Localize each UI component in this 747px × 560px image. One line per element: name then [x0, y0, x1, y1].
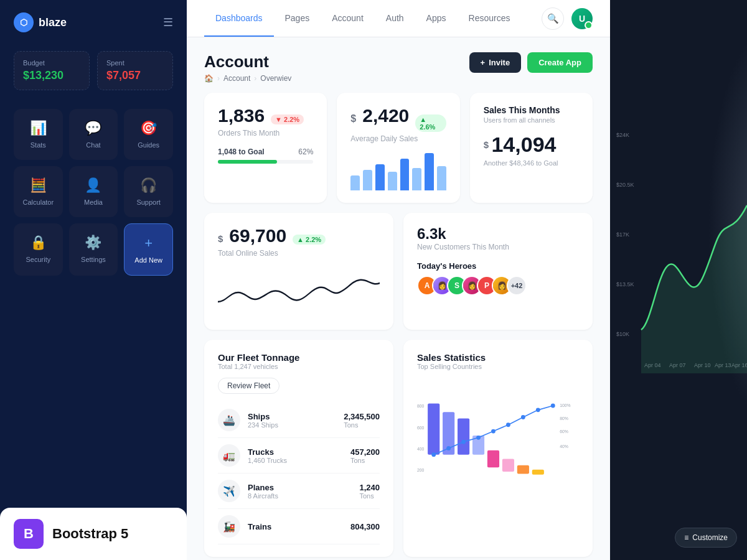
- calculator-label: Calculator: [23, 198, 54, 206]
- sales-stats-sub: Top Selling Countries: [417, 363, 579, 370]
- security-label: Security: [26, 256, 50, 263]
- daily-sales-label: Average Daily Sales: [350, 134, 446, 143]
- svg-text:80%: 80%: [560, 416, 568, 421]
- nav-item-settings[interactable]: ⚙️ Settings: [69, 223, 118, 276]
- planes-icon: ✈️: [218, 480, 240, 502]
- heroes-title: Today's Heroes: [417, 261, 579, 271]
- trucks-info: Trucks 1,460 Trucks: [248, 447, 343, 464]
- orders-pct: 62%: [298, 147, 313, 156]
- nav-item-stats[interactable]: 📊 Stats: [14, 109, 63, 160]
- trains-info: Trains: [248, 522, 343, 531]
- tab-apps[interactable]: Apps: [415, 0, 458, 37]
- fleet-row-trucks: 🚛 Trucks 1,460 Trucks 457,200 Tons: [218, 438, 380, 474]
- bootstrap-badge: B Bootstrap 5: [0, 508, 187, 560]
- nav-item-media[interactable]: 👤 Media: [69, 166, 118, 217]
- search-button[interactable]: 🔍: [542, 7, 564, 30]
- wavy-chart: [218, 268, 380, 317]
- svg-point-16: [491, 429, 496, 434]
- second-row: $ 69,700 ▲ 2.2% Total Online Sales 6.3k …: [204, 213, 593, 330]
- online-sales-value: 69,700: [229, 225, 286, 246]
- svg-text:600: 600: [417, 426, 425, 430]
- nav-tabs: Dashboards Pages Account Auth Apps Resou…: [204, 0, 521, 37]
- guides-icon: 🎯: [140, 120, 157, 136]
- ships-icon: 🚢: [218, 409, 240, 431]
- logo-text: blaze: [39, 16, 67, 29]
- sidebar: ⬡ blaze ☰ Budget $13,230 Spent $7,057 📊 …: [0, 0, 187, 560]
- budget-row: Budget $13,230 Spent $7,057: [0, 45, 187, 103]
- bootstrap-text: Bootstrap 5: [52, 526, 128, 542]
- trucks-value: 457,200: [350, 447, 380, 457]
- nav-item-calculator[interactable]: 🧮 Calculator: [14, 166, 63, 217]
- fleet-row-trains: 🚂 Trains 804,300: [218, 509, 380, 544]
- breadcrumb-overwiev: Overwiev: [260, 74, 291, 83]
- daily-sales-card: $ 2,420 ▲ 2.6% Average Daily Sales: [337, 93, 459, 203]
- review-fleet-button[interactable]: Review Fleet: [218, 378, 280, 394]
- nav-item-chat[interactable]: 💬 Chat: [69, 109, 118, 160]
- tab-auth[interactable]: Auth: [375, 0, 415, 37]
- svg-text:400: 400: [417, 447, 425, 451]
- security-icon: 🔒: [30, 235, 47, 251]
- breadcrumb: 🏠 › Account › Overwiev: [204, 74, 291, 83]
- planes-name: Planes: [248, 483, 352, 492]
- svg-rect-9: [502, 459, 514, 472]
- sales-month-value: 14,094: [491, 133, 556, 156]
- heroes-avatars: A 👩 S 👩 P 👩 +42: [417, 276, 579, 296]
- daily-sales-value: 2,420: [362, 105, 409, 126]
- ships-unit: Tons: [344, 421, 380, 429]
- sales-stats-card: Sales Statistics Top Selling Countries 8…: [403, 340, 593, 557]
- fleet-card: Our Fleet Tonnage Total 1,247 vehicles R…: [204, 340, 393, 557]
- ships-name: Ships: [248, 412, 336, 421]
- settings-icon: ⚙️: [85, 235, 101, 251]
- user-avatar[interactable]: U: [571, 8, 593, 29]
- fleet-row-planes: ✈️ Planes 8 Aircrafts 1,240 Tons: [218, 474, 380, 509]
- planes-info: Planes 8 Aircrafts: [248, 483, 352, 500]
- page-title: Account: [204, 52, 291, 72]
- sales-month-sub: Users from all channels: [484, 116, 579, 124]
- svg-rect-8: [487, 450, 499, 467]
- hero-count: +42: [507, 276, 527, 296]
- ships-desc: 234 Ships: [248, 421, 336, 429]
- stats-grid: 1,836 ▼ 2.2% Orders This Month 1,048 to …: [204, 93, 593, 203]
- sales-stats-chart: 800 600 400 200: [417, 378, 579, 515]
- invite-button[interactable]: + Invite: [469, 52, 522, 73]
- tab-dashboards[interactable]: Dashboards: [204, 0, 274, 37]
- fleet-row-ships: 🚢 Ships 234 Ships 2,345,500 Tons: [218, 403, 380, 438]
- fleet-title: Our Fleet Tonnage: [218, 352, 380, 363]
- trains-icon: 🚂: [218, 515, 240, 538]
- stats-label: Stats: [31, 141, 46, 149]
- tab-resources[interactable]: Resources: [458, 0, 522, 37]
- customize-button[interactable]: ≡ Customize: [675, 528, 737, 548]
- orders-label: Orders This Month: [218, 129, 313, 138]
- nav-item-security[interactable]: 🔒 Security: [14, 223, 63, 276]
- calculator-icon: 🧮: [30, 177, 47, 194]
- svg-point-13: [446, 446, 451, 450]
- online-sales-change: ▲ 2.2%: [293, 235, 326, 245]
- media-label: Media: [84, 198, 103, 206]
- nav-item-support[interactable]: 🎧 Support: [124, 166, 173, 217]
- svg-text:60%: 60%: [560, 429, 568, 434]
- create-app-button[interactable]: Create App: [527, 52, 593, 73]
- svg-point-12: [431, 452, 436, 457]
- orders-value: 1,836: [218, 105, 265, 126]
- online-sales-label: Total Online Sales: [218, 249, 380, 258]
- guides-label: Guides: [138, 141, 159, 149]
- planes-value: 1,240: [359, 483, 380, 492]
- chat-icon: 💬: [85, 120, 101, 136]
- add-new-icon: +: [144, 235, 153, 251]
- trains-name: Trains: [248, 522, 343, 531]
- logo-icon: ⬡: [14, 12, 34, 32]
- svg-text:$20.5K: $20.5K: [616, 182, 634, 188]
- menu-icon[interactable]: ☰: [163, 16, 173, 29]
- svg-rect-6: [458, 419, 469, 455]
- tab-pages[interactable]: Pages: [274, 0, 321, 37]
- support-label: Support: [136, 198, 161, 206]
- spent-card: Spent $7,057: [97, 51, 173, 90]
- invite-plus-icon: +: [481, 58, 486, 67]
- orders-goal: 1,048 to Goal: [218, 147, 265, 156]
- nav-item-add-new[interactable]: + Add New: [124, 223, 173, 276]
- sales-month-card: Sales This Months Users from all channel…: [470, 93, 593, 203]
- tab-account[interactable]: Account: [321, 0, 375, 37]
- nav-item-guides[interactable]: 🎯 Guides: [124, 109, 173, 160]
- spent-label: Spent: [106, 59, 164, 67]
- fleet-sub: Total 1,247 vehicles: [218, 363, 380, 370]
